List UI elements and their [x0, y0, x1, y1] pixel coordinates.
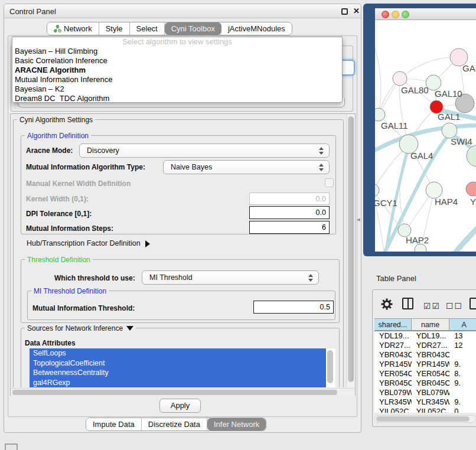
table-cell[interactable]: YLR345W — [412, 397, 449, 407]
dock-panel-icon[interactable] — [5, 444, 18, 450]
table-cell[interactable]: YLR345W — [374, 397, 412, 407]
table-cell[interactable]: YDL19... — [374, 331, 412, 341]
table-cell[interactable]: YBL079W — [374, 388, 412, 397]
table-cell[interactable]: YDL19... — [412, 331, 449, 341]
table-cell[interactable]: YDR27... — [412, 341, 449, 350]
mi-steps-field[interactable] — [249, 221, 330, 234]
table-row[interactable]: YBL079WYBL079W — [374, 388, 476, 397]
network-node-y[interactable] — [466, 182, 476, 196]
settings-hscrollbar-thumb[interactable] — [12, 390, 337, 395]
dropdown-item-dream8-dc-tdc-algorithm[interactable]: Dream8 DC_TDC Algorithm — [12, 94, 342, 103]
list-item-gal4rgexp[interactable]: gal4RGexp — [30, 378, 326, 388]
algorithm-definition-group: Algorithm Definition Aracne Mode: Discov… — [21, 135, 336, 234]
network-window-titlebar[interactable] — [375, 8, 476, 20]
dropdown-item-aracne-algorithm[interactable]: ARACNE Algorithm — [12, 66, 342, 75]
network-node-gcy1[interactable] — [375, 184, 379, 197]
sources-expander[interactable]: Sources for Network Inference — [25, 324, 136, 332]
network-window-frame[interactable]: GALGAL80GAL10GAL1GAL11SWI4GAL4GCY1HAP4YH… — [363, 4, 476, 256]
table-hscrollbar-thumb[interactable] — [376, 416, 470, 422]
settings-vscrollbar[interactable] — [346, 115, 354, 387]
network-node[interactable] — [467, 145, 476, 167]
table-cell[interactable]: 12 — [449, 341, 476, 350]
table-cell[interactable]: YBR043C — [374, 350, 412, 360]
tab-style[interactable]: Style — [99, 22, 130, 35]
data-attributes-list[interactable]: SelfLoopsTopologicalCoefficientBetweenne… — [30, 348, 335, 387]
close-icon[interactable]: ✕ — [353, 6, 360, 15]
column-header-shared[interactable]: shared... — [374, 319, 412, 330]
export-table-icon[interactable] — [470, 298, 476, 309]
close-traffic-light-icon[interactable] — [382, 11, 389, 18]
split-columns-icon[interactable] — [402, 298, 413, 309]
table-row[interactable]: YLR345WYLR345W9. — [374, 397, 476, 407]
aracne-mode-combobox[interactable]: Discovery — [79, 144, 330, 158]
table-cell[interactable]: 9. — [449, 360, 476, 369]
network-node-gal80[interactable] — [393, 71, 407, 86]
table-cell[interactable]: YBR043C — [412, 350, 449, 360]
table-cell[interactable]: YDR27... — [374, 341, 412, 350]
list-scrollbar-thumb[interactable] — [327, 350, 333, 383]
tab-infer-network[interactable]: Infer Network — [207, 418, 266, 431]
tab-cyni-toolbox[interactable]: Cyni Toolbox — [165, 22, 221, 35]
table-cell[interactable]: 8. — [449, 369, 476, 379]
tab-discretize-data[interactable]: Discretize Data — [142, 418, 207, 431]
control-panel-titlebar[interactable]: Control Panel ✕ — [4, 4, 361, 18]
list-item-selfloops[interactable]: SelfLoops — [30, 348, 326, 358]
zoom-traffic-light-icon[interactable] — [402, 11, 409, 18]
apply-button[interactable]: Apply — [159, 399, 201, 413]
table-cell[interactable]: YPR145W — [412, 360, 449, 369]
tab-jactivemnodules[interactable]: jActiveMNodules — [221, 22, 292, 35]
table-hscrollbar[interactable] — [374, 415, 476, 423]
list-item-topologicalcoefficient[interactable]: TopologicalCoefficient — [30, 358, 326, 369]
table-cell[interactable]: YER054C — [374, 369, 412, 379]
splitter-chevron-icon[interactable]: ◂ — [357, 216, 360, 223]
table-cell[interactable] — [449, 388, 476, 397]
expander-down-icon[interactable] — [126, 326, 133, 331]
network-canvas[interactable]: GALGAL80GAL10GAL1GAL11SWI4GAL4GCY1HAP4YH… — [375, 20, 476, 252]
mi-algorithm-type-combobox[interactable]: Naive Bayes — [163, 160, 330, 174]
control-panel-title: Control Panel — [9, 7, 56, 16]
dropdown-item-mutual-information-inference[interactable]: Mutual Information Inference — [12, 75, 342, 84]
table-row[interactable]: YDL19...YDL19...13 — [374, 331, 476, 341]
gear-icon[interactable] — [381, 298, 393, 310]
table-cell[interactable]: 13 — [449, 331, 476, 341]
dpi-tolerance-field[interactable] — [249, 206, 330, 219]
table-cell[interactable] — [449, 350, 476, 360]
list-item-betweennesscentrality[interactable]: BetweennessCentrality — [30, 368, 326, 378]
table-cell[interactable]: YBL079W — [412, 388, 449, 397]
minimize-traffic-light-icon[interactable] — [392, 11, 399, 18]
tab-network[interactable]: Network — [47, 22, 99, 35]
table-cell[interactable]: YIL052C — [374, 407, 412, 413]
which-threshold-combobox[interactable]: MI Threshold — [142, 270, 319, 285]
network-node-hap4[interactable] — [426, 182, 442, 198]
table-cell[interactable]: YBR045C — [412, 379, 449, 388]
settings-hscrollbar[interactable] — [11, 388, 355, 396]
table-row[interactable]: YBR045CYBR045C9. — [374, 379, 476, 388]
dropdown-item-bayesian-k2[interactable]: Bayesian – K2 — [12, 84, 342, 94]
table-row[interactable]: YBR043CYBR043C — [374, 350, 476, 360]
hub-definition-expander[interactable]: Hub/Transcription Factor Definition — [27, 239, 150, 247]
dropdown-item-basic-correlation-inference[interactable]: Basic Correlation Inference — [12, 56, 342, 66]
uncheck-all-icon[interactable]: ☐☐ — [446, 301, 463, 311]
float-window-icon[interactable] — [341, 8, 348, 15]
table-row[interactable]: YER054CYER054C8. — [374, 369, 476, 379]
table-cell[interactable]: YER054C — [412, 369, 449, 379]
dropdown-item-bayesian-hill-climbing[interactable]: Bayesian – Hill Climbing — [12, 47, 342, 56]
table-cell[interactable]: YIL052C — [412, 407, 449, 413]
settings-vscrollbar-thumb[interactable] — [348, 116, 354, 382]
check-all-icon[interactable]: ☑☑ — [423, 301, 441, 311]
table-cell[interactable]: YPR145W — [374, 360, 412, 369]
tab-impute-data[interactable]: Impute Data — [86, 418, 142, 431]
table-cell[interactable]: YBR045C — [374, 379, 412, 388]
table-cell[interactable]: 0. — [449, 407, 476, 413]
table-cell[interactable]: 9. — [449, 379, 476, 388]
mi-threshold-field[interactable] — [253, 301, 334, 314]
column-header-name[interactable]: name — [412, 319, 450, 330]
table-cell[interactable]: 9. — [449, 397, 476, 407]
table-row[interactable]: YPR145WYPR145W9. — [374, 360, 476, 369]
tab-select[interactable]: Select — [130, 22, 165, 35]
expander-right-icon[interactable] — [145, 240, 150, 247]
column-header-a[interactable]: A — [449, 319, 476, 330]
table-row[interactable]: YDR27...YDR27...12 — [374, 341, 476, 350]
table-row[interactable]: YIL052CYIL052C0. — [374, 407, 476, 413]
network-node-gal11[interactable] — [375, 108, 385, 121]
